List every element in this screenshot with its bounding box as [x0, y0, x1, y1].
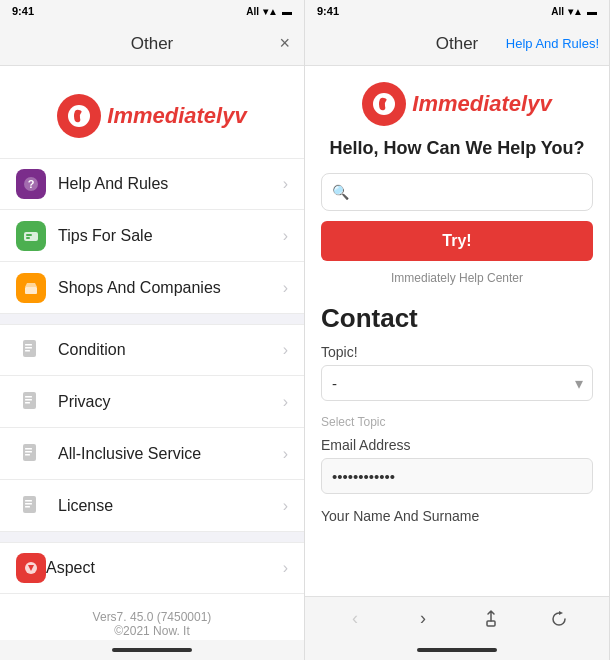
right-battery-icon: ▬ [587, 6, 597, 17]
menu-item-tips-for-sale[interactable]: Tips For Sale › [0, 210, 304, 262]
svg-rect-8 [25, 344, 32, 346]
menu-item-license[interactable]: License › [0, 480, 304, 532]
left-status-bar: 9:41 All ▾▲ ▬ [0, 0, 304, 22]
svg-rect-4 [26, 234, 32, 236]
nav-back-button[interactable]: ‹ [338, 602, 372, 636]
left-panel: 9:41 All ▾▲ ▬ Other × Immediatelyv [0, 0, 305, 660]
help-rules-label: Help And Rules [58, 175, 283, 193]
menu-item-privacy[interactable]: Privacy › [0, 376, 304, 428]
email-input[interactable] [321, 458, 593, 494]
condition-chevron: › [283, 341, 288, 359]
help-heading: Hello, How Can We Help You? [321, 138, 593, 159]
email-label: Email Address [321, 437, 593, 453]
right-status-time: 9:41 [317, 5, 339, 17]
topic-select-wrapper: - ▾ [321, 365, 593, 401]
aspect-icon-svg [22, 559, 40, 577]
svg-rect-14 [25, 402, 30, 404]
svg-rect-6 [25, 287, 37, 294]
privacy-chevron: › [283, 393, 288, 411]
left-aspect-menu: Aspect › [0, 542, 304, 594]
help-icon-svg: ? [22, 175, 40, 193]
right-header-link[interactable]: Help And Rules! [506, 36, 599, 51]
svg-rect-12 [25, 396, 32, 398]
left-wifi-icon: ▾▲ [263, 6, 278, 17]
svg-rect-21 [25, 503, 32, 505]
left-home-bar [112, 648, 192, 652]
help-rules-icon: ? [16, 169, 46, 199]
topic-label: Topic! [321, 344, 593, 360]
immediately-logo-svg [66, 103, 92, 129]
shops-label: Shops And Companies [58, 279, 283, 297]
right-help-section: Hello, How Can We Help You? 🔍 Try! Immed… [305, 138, 609, 285]
svg-rect-10 [25, 350, 30, 352]
menu-item-condition[interactable]: Condition › [0, 324, 304, 376]
svg-rect-22 [25, 506, 30, 508]
left-main-menu: ? Help And Rules › Tips For Sale › [0, 158, 304, 314]
help-rules-chevron: › [283, 175, 288, 193]
left-header-title: Other [131, 34, 174, 54]
tips-icon [16, 221, 46, 251]
svg-text:?: ? [28, 178, 35, 190]
svg-rect-16 [25, 448, 32, 450]
search-input[interactable] [355, 184, 582, 201]
left-logo-area: Immediatelyv [0, 66, 304, 158]
privacy-icon-svg [19, 390, 43, 414]
left-status-right: All ▾▲ ▬ [246, 6, 292, 17]
nav-refresh-button[interactable] [542, 602, 576, 636]
right-immediately-logo-svg [371, 91, 397, 117]
svg-rect-9 [25, 347, 32, 349]
right-home-bar [417, 648, 497, 652]
menu-item-all-inclusive[interactable]: All-Inclusive Service › [0, 428, 304, 480]
left-close-button[interactable]: × [279, 33, 290, 54]
nav-forward-button[interactable]: › [406, 602, 440, 636]
search-icon: 🔍 [332, 184, 349, 200]
search-box[interactable]: 🔍 [321, 173, 593, 211]
menu-item-help-rules[interactable]: ? Help And Rules › [0, 158, 304, 210]
aspect-chevron: › [283, 559, 288, 577]
right-status-bar: 9:41 All ▾▲ ▬ [305, 0, 609, 22]
left-scroll-area: Immediatelyv ? Help And Rules › [0, 66, 304, 640]
menu-item-shops[interactable]: Shops And Companies › [0, 262, 304, 314]
aspect-label: Aspect [46, 559, 283, 577]
right-header-title: Other [436, 34, 479, 54]
right-header: Other Help And Rules! [305, 22, 609, 66]
all-inclusive-label: All-Inclusive Service [58, 445, 283, 463]
shops-icon-svg [22, 279, 40, 297]
right-scroll-area: Immediatelyv Hello, How Can We Help You?… [305, 66, 609, 596]
left-battery-icon: ▬ [282, 6, 292, 17]
tips-chevron: › [283, 227, 288, 245]
license-icon-svg [19, 494, 43, 518]
license-label: License [58, 497, 283, 515]
right-logo-text: Immediatelyv [412, 91, 551, 117]
topic-select[interactable]: - [321, 365, 593, 401]
license-doc-icon [16, 491, 46, 521]
shops-chevron: › [283, 279, 288, 297]
left-logo-text: Immediatelyv [107, 103, 246, 129]
left-doc-menu: Condition › Privacy › [0, 324, 304, 532]
all-inclusive-icon-svg [19, 442, 43, 466]
license-chevron: › [283, 497, 288, 515]
left-logo-icon [57, 94, 101, 138]
privacy-doc-icon [16, 387, 46, 417]
contact-section: Contact Topic! - ▾ Select Topic Email Ad… [305, 303, 609, 524]
left-header: Other × [0, 22, 304, 66]
right-wifi-icon: ▾▲ [568, 6, 583, 17]
tips-for-sale-label: Tips For Sale [58, 227, 283, 245]
menu-separator-2 [0, 532, 304, 542]
left-home-indicator [0, 640, 304, 660]
name-label: Your Name And Surname [321, 508, 593, 524]
condition-icon-svg [19, 338, 43, 362]
condition-label: Condition [58, 341, 283, 359]
nav-share-button[interactable] [474, 602, 508, 636]
version-footer: Vers7. 45.0 (7450001) ©2021 Now. It [0, 594, 304, 640]
topic-placeholder: Select Topic [321, 415, 593, 429]
all-inclusive-chevron: › [283, 445, 288, 463]
help-center-link[interactable]: Immediately Help Center [321, 271, 593, 285]
right-network-label: All [551, 6, 564, 17]
menu-item-aspect[interactable]: Aspect › [0, 542, 304, 594]
svg-rect-20 [25, 500, 32, 502]
svg-rect-3 [24, 232, 38, 241]
right-logo-icon [362, 82, 406, 126]
aspect-icon [16, 553, 46, 583]
try-button[interactable]: Try! [321, 221, 593, 261]
